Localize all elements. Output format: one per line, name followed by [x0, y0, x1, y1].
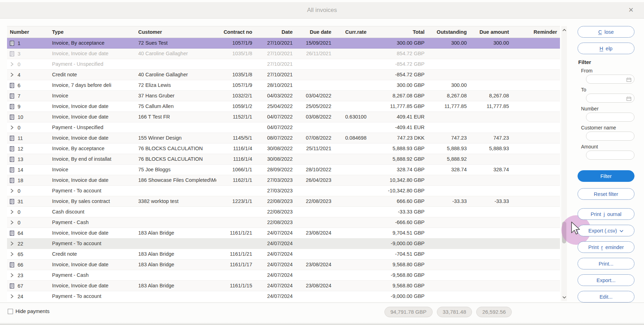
column-header-contract[interactable]: Contract no: [216, 26, 255, 38]
column-header-curr_rate[interactable]: Curr.rate: [334, 26, 369, 38]
table-row[interactable]: 66Invoice, Invoice due date183 Alan Brid…: [7, 260, 560, 270]
table-row[interactable]: 6Invoice, 7 days before deli72 Eliza Lew…: [7, 80, 560, 91]
table-row[interactable]: 24Payment - To account24/07/2024-9,000.0…: [7, 291, 560, 301]
table-row[interactable]: 0Payment - Unspecified04/07/2022-409.41 …: [7, 122, 560, 133]
column-header-reminder[interactable]: Reminder: [512, 26, 560, 38]
number-input[interactable]: [586, 113, 635, 122]
chevron-right-icon[interactable]: [9, 220, 14, 225]
invoice-icon: [9, 40, 14, 46]
chevron-right-icon[interactable]: [9, 294, 14, 299]
cell-customer: [135, 59, 216, 69]
cell-type: Invoice, Invoice due date: [49, 175, 135, 185]
column-header-total[interactable]: Total: [369, 26, 427, 38]
column-header-due_amount[interactable]: Due amount: [470, 26, 512, 38]
table-row[interactable]: 23Payment - Cash24/07/2024-9,568.80 GBP: [7, 270, 560, 281]
chevron-right-icon[interactable]: [9, 241, 14, 246]
chevron-right-icon[interactable]: [9, 252, 14, 256]
column-header-date[interactable]: Date: [255, 26, 295, 38]
cell-reminder: [512, 133, 560, 143]
customer-name-input[interactable]: [586, 132, 635, 141]
cell-contract: [216, 291, 255, 301]
table-row[interactable]: 3Invoice, Invoice due date40 Caroline Ga…: [7, 49, 560, 59]
print-button[interactable]: Print...: [578, 258, 635, 269]
cell-type: Invoice, Invoice due date: [49, 281, 135, 291]
cell-due_amount: 11,777.85: [470, 101, 512, 111]
cell-date: 30/08/2022: [255, 144, 295, 154]
table-row[interactable]: 12Invoice, By acceptance76 BLOCKS CALCUL…: [7, 144, 560, 154]
chevron-right-icon[interactable]: [9, 125, 14, 130]
table-scrollbar[interactable]: [561, 26, 567, 301]
hide-payments-checkbox[interactable]: [8, 309, 13, 314]
cell-contract: [216, 186, 255, 196]
table-row[interactable]: 64Invoice, Invoice due date183 Alan Brid…: [7, 228, 560, 238]
table-row[interactable]: 0Payment - To account27/03/2023-10,342.8…: [7, 186, 560, 196]
scroll-up-button[interactable]: [561, 27, 567, 33]
cell-date: 04/03/2022: [255, 91, 295, 101]
table-row[interactable]: 0Payment - Cash22/08/2023-666.60 GBP: [7, 217, 560, 228]
column-header-number[interactable]: Number: [7, 26, 49, 38]
reset-filter-button[interactable]: Reset filter: [578, 188, 635, 200]
table-row[interactable]: 31Invoice, By sales contract3382 worktop…: [7, 196, 560, 207]
chevron-right-icon[interactable]: [9, 189, 14, 193]
cell-number: 64: [18, 228, 23, 238]
table-row[interactable]: 10Invoice, Invoice due date166 T Test FR…: [7, 112, 560, 122]
cell-due_amount: [470, 291, 512, 301]
chevron-right-icon[interactable]: [9, 72, 14, 77]
help-button[interactable]: Help: [578, 43, 635, 54]
chevron-right-icon[interactable]: [9, 210, 14, 214]
cell-number: 7: [18, 91, 20, 101]
table-row[interactable]: 9Invoice, Invoice due date75 Callum Alle…: [7, 101, 560, 112]
table-row[interactable]: 18Invoice, Invoice due date186 Showcase …: [7, 175, 560, 186]
table-row[interactable]: 14Invoice75 Joe Bloggs1066/1/128/09/2022…: [7, 165, 560, 175]
chevron-right-icon[interactable]: [9, 62, 14, 66]
table-row[interactable]: 67Invoice, Invoice due date183 Alan Brid…: [7, 281, 560, 291]
number-input-wrap: [586, 113, 635, 122]
calendar-icon[interactable]: [626, 96, 631, 102]
table-row[interactable]: 65Credit note183 Alan Bridge1161/1/2124/…: [7, 249, 560, 260]
calendar-icon[interactable]: [626, 77, 631, 83]
cell-total: 9,568.80 GBP: [369, 281, 427, 291]
column-header-customer[interactable]: Customer: [135, 26, 216, 38]
table-row[interactable]: 13Invoice, By end of installat76 BLOCKS …: [7, 154, 560, 165]
chevron-right-icon[interactable]: [9, 273, 14, 278]
print-reminder-button[interactable]: Print reminder: [578, 241, 635, 253]
table-row[interactable]: 7Invoice37 Hans Gruber1032/2/104/03/2022…: [7, 91, 560, 101]
cell-contract: 1057/1/9: [216, 38, 255, 48]
cell-due_date: [295, 59, 334, 69]
column-header-due_date[interactable]: Due date: [295, 26, 334, 38]
close-button[interactable]: Close: [578, 26, 635, 38]
column-header-outstanding[interactable]: Outstanding: [427, 26, 470, 38]
cell-due_amount: 328.74: [470, 165, 512, 175]
export-button[interactable]: Export...: [578, 274, 635, 286]
cell-customer: 76 BLOCKS CALCULATION: [135, 144, 216, 154]
cell-outstanding: 11,777.85: [427, 101, 470, 111]
table-row[interactable]: 1Invoice, By acceptance72 Sues Test1057/…: [7, 38, 560, 49]
cell-contract: 1223/1/1: [216, 196, 255, 206]
invoice-icon: [9, 135, 14, 141]
cell-total: -9,000.00 GBP: [369, 238, 427, 249]
cell-outstanding: [427, 59, 470, 69]
export-csv-button[interactable]: Export (.csv): [578, 225, 635, 236]
cell-reminder: [512, 186, 560, 196]
edit-button[interactable]: Edit...: [578, 291, 635, 302]
cell-type: Payment - Unspecified: [49, 59, 135, 69]
cell-due_date: [295, 70, 334, 80]
cell-customer: [135, 270, 216, 280]
cell-reminder: [512, 70, 560, 80]
scroll-down-button[interactable]: [561, 294, 567, 300]
table-row[interactable]: 0Payment - Unspecified27/10/2021-854.72 …: [7, 59, 560, 70]
column-header-type[interactable]: Type: [49, 26, 135, 38]
cell-due_date: [295, 154, 334, 164]
cell-type: Invoice: [49, 165, 135, 175]
cell-curr_rate: [334, 91, 369, 101]
amount-input[interactable]: [586, 151, 635, 160]
cell-number: 31: [18, 197, 23, 206]
table-row[interactable]: 4Credit note40 Caroline Gallagher1035/1/…: [7, 70, 560, 80]
table-row[interactable]: 0Cash discount22/08/2023-33.33 GBP: [7, 207, 560, 217]
hide-payments-toggle[interactable]: Hide payments: [8, 308, 50, 314]
cell-number: 22: [18, 239, 23, 249]
table-row[interactable]: 22Payment - To account24/07/2024-9,000.0…: [7, 238, 560, 249]
filter-button[interactable]: Filter: [578, 170, 635, 182]
table-row[interactable]: 11Invoice, Invoice due date155 Winner De…: [7, 133, 560, 144]
print-journal-button[interactable]: Print journal: [578, 208, 635, 220]
